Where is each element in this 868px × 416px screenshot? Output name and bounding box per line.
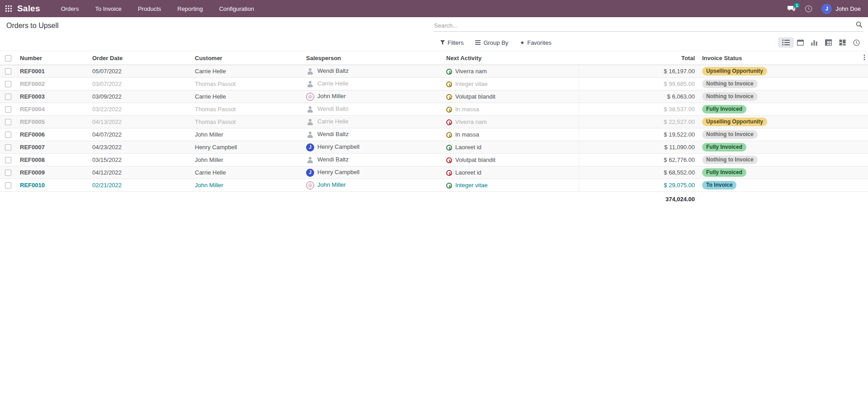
activity-clock-icon[interactable] [446, 145, 452, 151]
select-all-checkbox[interactable] [5, 55, 11, 61]
cell-total[interactable]: $ 11,090.00 [579, 141, 698, 154]
activity-clock-icon[interactable] [446, 183, 452, 189]
cell-number[interactable]: REF0004 [16, 103, 89, 116]
table-row[interactable]: REF000704/23/2022Henry CampbellJHenry Ca… [0, 141, 868, 154]
menu-configuration[interactable]: Configuration [218, 4, 255, 14]
activity-clock-icon[interactable] [446, 157, 452, 163]
activity-clock-icon[interactable] [446, 132, 452, 138]
cell-salesperson[interactable]: Wendi Baltz [302, 65, 443, 78]
cell-invoice-status[interactable]: Fully Invoiced [698, 166, 868, 179]
cell-invoice-status[interactable]: Nothing to Invoice [698, 78, 868, 90]
cell-order-date[interactable]: 04/13/2022 [89, 116, 191, 128]
row-checkbox[interactable] [5, 170, 11, 176]
cell-number[interactable]: REF0008 [16, 154, 89, 166]
search-icon[interactable] [856, 21, 863, 30]
activity-clock-icon[interactable] [446, 170, 452, 176]
menu-to-invoice[interactable]: To Invoice [94, 4, 123, 14]
column-header-customer[interactable]: Customer [191, 51, 302, 65]
row-checkbox[interactable] [5, 106, 11, 113]
cell-order-date[interactable]: 04/23/2022 [89, 141, 191, 154]
cell-invoice-status[interactable]: Nothing to Invoice [698, 128, 868, 141]
cell-next-activity[interactable]: Laoreet id [443, 141, 579, 154]
cell-customer[interactable]: Thomas Passot [191, 116, 302, 128]
column-header-invoice-status[interactable]: Invoice Status [698, 51, 868, 65]
menu-reporting[interactable]: Reporting [176, 4, 203, 14]
view-kanban-button[interactable] [835, 38, 849, 47]
cell-order-date[interactable]: 03/07/2022 [89, 78, 191, 90]
cell-salesperson[interactable]: Wendi Baltz [302, 103, 443, 116]
row-checkbox[interactable] [5, 81, 11, 87]
cell-salesperson[interactable]: ☺John Miller [302, 90, 443, 103]
cell-customer[interactable]: John Miller [191, 128, 302, 141]
cell-order-date[interactable]: 03/15/2022 [89, 154, 191, 166]
table-row[interactable]: REF000105/07/2022Carrie HelleWendi Baltz… [0, 65, 868, 78]
filters-button[interactable]: Filters [440, 39, 463, 46]
cell-total[interactable]: $ 22,527.00 [579, 116, 698, 128]
cell-salesperson[interactable]: Carrie Helle [302, 78, 443, 90]
cell-total[interactable]: $ 6,063.00 [579, 90, 698, 103]
column-header-number[interactable]: Number [16, 51, 89, 65]
cell-total[interactable]: $ 68,552.00 [579, 166, 698, 179]
cell-invoice-status[interactable]: Upselling Opportunity [698, 65, 868, 78]
cell-order-date[interactable]: 03/09/2022 [89, 90, 191, 103]
menu-products[interactable]: Products [137, 4, 162, 14]
cell-customer[interactable]: Carrie Helle [191, 90, 302, 103]
cell-next-activity[interactable]: Integer vitae [443, 179, 579, 192]
table-row[interactable]: REF000604/07/2022John MillerWendi BaltzI… [0, 128, 868, 141]
activity-clock-icon[interactable] [446, 94, 452, 100]
table-row[interactable]: REF000403/22/2022Thomas PassotWendi Balt… [0, 103, 868, 116]
cell-number[interactable]: REF0010 [16, 179, 89, 192]
cell-salesperson[interactable]: JHenry Campbell [302, 166, 443, 179]
group-by-button[interactable]: Group By [475, 39, 508, 46]
column-header-next-activity[interactable]: Next Activity [443, 51, 579, 65]
cell-customer[interactable]: Carrie Helle [191, 166, 302, 179]
cell-number[interactable]: REF0001 [16, 65, 89, 78]
cell-order-date[interactable]: 03/22/2022 [89, 103, 191, 116]
cell-total[interactable]: $ 62,776.00 [579, 154, 698, 166]
column-options-icon[interactable] [863, 54, 865, 62]
cell-number[interactable]: REF0003 [16, 90, 89, 103]
view-pivot-button[interactable] [821, 38, 835, 47]
cell-customer[interactable]: Henry Campbell [191, 141, 302, 154]
cell-number[interactable]: REF0009 [16, 166, 89, 179]
row-checkbox[interactable] [5, 132, 11, 138]
activity-clock-icon[interactable] [446, 69, 452, 75]
cell-total[interactable]: $ 99,685.00 [579, 78, 698, 90]
cell-total[interactable]: $ 19,522.00 [579, 128, 698, 141]
row-checkbox[interactable] [5, 119, 11, 125]
cell-next-activity[interactable]: Viverra nam [443, 65, 579, 78]
row-checkbox[interactable] [5, 182, 11, 189]
cell-invoice-status[interactable]: Nothing to Invoice [698, 154, 868, 166]
table-row[interactable]: REF000904/12/2022Carrie HelleJHenry Camp… [0, 166, 868, 179]
apps-grid-icon[interactable] [5, 5, 12, 12]
table-row[interactable]: REF000303/09/2022Carrie Helle☺John Mille… [0, 90, 868, 103]
user-menu[interactable]: J John Doe [821, 4, 861, 14]
cell-customer[interactable]: Thomas Passot [191, 103, 302, 116]
cell-total[interactable]: $ 38,537.00 [579, 103, 698, 116]
column-header-total[interactable]: Total [579, 51, 698, 65]
activity-clock-icon[interactable] [446, 107, 452, 113]
view-activity-button[interactable] [849, 38, 863, 48]
cell-total[interactable]: $ 16,197.00 [579, 65, 698, 78]
cell-number[interactable]: REF0005 [16, 116, 89, 128]
cell-customer[interactable]: Carrie Helle [191, 65, 302, 78]
activity-clock-icon[interactable] [446, 81, 452, 87]
cell-number[interactable]: REF0007 [16, 141, 89, 154]
cell-order-date[interactable]: 04/07/2022 [89, 128, 191, 141]
cell-number[interactable]: REF0002 [16, 78, 89, 90]
cell-salesperson[interactable]: JHenry Campbell [302, 141, 443, 154]
column-header-salesperson[interactable]: Salesperson [302, 51, 443, 65]
cell-order-date[interactable]: 02/21/2022 [89, 179, 191, 192]
cell-salesperson[interactable]: ☺John Miller [302, 179, 443, 192]
view-list-button[interactable] [778, 38, 793, 47]
cell-customer[interactable]: John Miller [191, 154, 302, 166]
cell-customer[interactable]: John Miller [191, 179, 302, 192]
activities-clock-icon[interactable] [805, 5, 812, 13]
cell-invoice-status[interactable]: Nothing to Invoice [698, 90, 868, 103]
cell-next-activity[interactable]: Laoreet id [443, 166, 579, 179]
favorites-button[interactable]: ★ Favorites [520, 39, 551, 46]
column-header-order-date[interactable]: Order Date [89, 51, 191, 65]
cell-order-date[interactable]: 05/07/2022 [89, 65, 191, 78]
cell-next-activity[interactable]: Volutpat blandit [443, 154, 579, 166]
menu-orders[interactable]: Orders [60, 4, 80, 14]
